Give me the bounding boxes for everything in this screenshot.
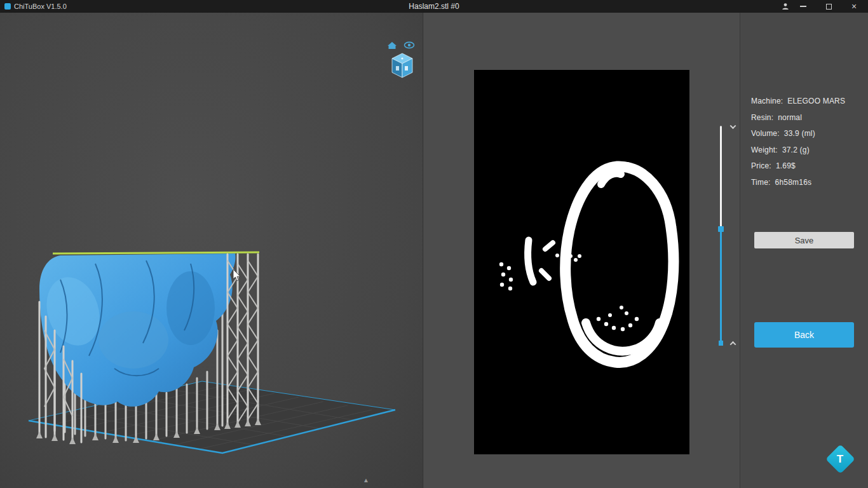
slice-preview-panel: ▲ [424, 13, 740, 488]
info-row-time: Time:6h58m16s [751, 175, 845, 191]
main-area: ▲ Machine:ELEGOO MARS Resin:normal Volum… [0, 13, 868, 488]
viewport-3d[interactable] [0, 13, 423, 488]
price-value: 1.69$ [776, 161, 796, 170]
back-button[interactable]: Back [754, 322, 854, 348]
slider-end-cap [719, 341, 723, 346]
minimize-icon [800, 6, 806, 7]
watermark-logo: T [825, 444, 855, 474]
info-row-volume: Volume:33.9 (ml) [751, 126, 845, 142]
user-account-icon[interactable] [778, 0, 793, 13]
slice-preview [474, 70, 689, 454]
title-bar: ChiTuBox V1.5.0 Haslam2.stl #0 × [0, 0, 868, 13]
resin-value: normal [778, 113, 802, 122]
weight-label: Weight: [751, 146, 778, 154]
print-info-block: Machine:ELEGOO MARS Resin:normal Volume:… [751, 93, 845, 191]
layer-down-button[interactable] [728, 121, 738, 132]
layer-slider[interactable] [717, 126, 724, 346]
slider-track-upper [720, 126, 722, 229]
cube-icon [392, 53, 412, 78]
machine-value: ELEGOO MARS [787, 97, 845, 105]
chevron-down-icon [729, 123, 736, 129]
layer-up-button[interactable] [728, 338, 738, 348]
machine-label: Machine: [751, 97, 783, 105]
chevron-up-icon [729, 341, 736, 347]
print-info-panel: Machine:ELEGOO MARS Resin:normal Volume:… [740, 13, 868, 488]
home-icon [388, 42, 397, 49]
time-label: Time: [751, 178, 771, 187]
price-label: Price: [751, 161, 771, 170]
resin-label: Resin: [751, 113, 773, 122]
document-title: Haslam2.stl #0 [0, 2, 868, 11]
maximize-icon [826, 4, 832, 10]
slider-handle[interactable] [718, 226, 724, 232]
info-row-weight: Weight:37.2 (g) [751, 142, 845, 159]
app-window: ChiTuBox V1.5.0 Haslam2.stl #0 × [0, 0, 868, 488]
expand-bottom-panel-button[interactable]: ▲ [363, 477, 369, 484]
volume-value: 33.9 (ml) [784, 129, 815, 138]
minimize-button[interactable] [796, 0, 811, 13]
info-row-price: Price:1.69$ [751, 158, 845, 175]
watermark-letter: T [837, 452, 843, 465]
model-mesh [38, 252, 259, 407]
view-cube[interactable] [386, 39, 419, 84]
slider-track-lower [720, 229, 722, 342]
save-button[interactable]: Save [754, 232, 854, 248]
maximize-button[interactable] [821, 0, 836, 13]
volume-label: Volume: [751, 129, 780, 138]
print-scene [0, 13, 423, 488]
eye-icon [405, 42, 414, 48]
close-icon: × [851, 2, 857, 11]
time-value: 6h58m16s [775, 178, 812, 187]
weight-value: 37.2 (g) [782, 146, 810, 154]
info-row-resin: Resin:normal [751, 110, 845, 126]
close-button[interactable]: × [846, 0, 862, 13]
info-row-machine: Machine:ELEGOO MARS [751, 93, 845, 110]
